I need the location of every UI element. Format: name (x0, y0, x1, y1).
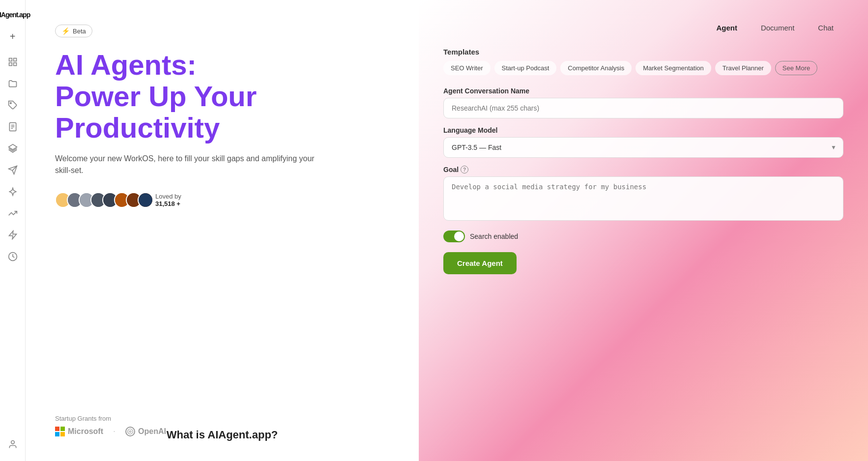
svg-point-14 (11, 441, 14, 444)
goal-label: Goal ? (443, 166, 843, 173)
sidebar-item-user[interactable] (3, 434, 23, 454)
search-toggle-row: Search enabled (443, 230, 843, 242)
tabs: Agent Document Chat (443, 20, 843, 36)
loved-by-text: Loved by 31,518 + (155, 193, 181, 207)
separator: · (113, 426, 116, 436)
template-chip-seo-writer[interactable]: SEO Writer (443, 61, 491, 75)
goal-textarea[interactable] (443, 176, 843, 221)
svg-point-4 (10, 103, 11, 104)
openai-logo: OpenAI (125, 427, 166, 436)
sidebar-item-clock[interactable] (3, 247, 23, 266)
svg-rect-2 (9, 63, 12, 66)
sidebar-item-sparkle[interactable] (3, 182, 23, 202)
sidebar-item-trending[interactable] (3, 203, 23, 223)
bottom-section-title: What is AIAgent.app? (167, 429, 278, 441)
see-more-button[interactable]: See More (775, 61, 817, 75)
search-toggle-label: Search enabled (470, 232, 518, 240)
name-label: Agent Conversation Name (443, 87, 843, 95)
lightning-icon: ⚡ (61, 27, 70, 35)
model-form-group: Language Model GPT-3.5 — Fast GPT-4 — Po… (443, 126, 843, 158)
openai-icon (125, 427, 135, 436)
template-chips: SEO Writer Start-up Podcast Competitor A… (443, 61, 843, 75)
tab-chat[interactable]: Chat (808, 20, 843, 36)
goal-info-icon[interactable]: ? (461, 166, 468, 173)
left-panel: ⚡ Beta AI Agents: Power Up Your Producti… (26, 0, 419, 461)
svg-rect-1 (13, 58, 16, 61)
main-content: ⚡ Beta AI Agents: Power Up Your Producti… (26, 0, 868, 461)
hero-title: AI Agents: Power Up Your Productivity (55, 49, 389, 143)
name-form-group: Agent Conversation Name (443, 87, 843, 118)
right-panel: Agent Document Chat Templates SEO Writer… (419, 0, 868, 461)
loved-by-section: Loved by 31,518 + (55, 192, 389, 208)
add-button[interactable]: + (4, 28, 22, 45)
svg-rect-3 (13, 63, 16, 66)
app-logo[interactable]: AIAgent.app (4, 6, 22, 24)
template-chip-market-segmentation[interactable]: Market Segmentation (636, 61, 711, 75)
tab-agent[interactable]: Agent (706, 20, 747, 36)
grants-label: Startup Grants from (55, 415, 389, 422)
template-chip-startup-podcast[interactable]: Start-up Podcast (494, 61, 557, 75)
sidebar-item-dashboard[interactable] (3, 52, 23, 72)
sidebar-item-tags[interactable] (3, 95, 23, 115)
sidebar-item-document[interactable] (3, 117, 23, 137)
tab-document[interactable]: Document (751, 20, 804, 36)
template-chip-competitor-analysis[interactable]: Competitor Analysis (560, 61, 632, 75)
right-content: Agent Document Chat Templates SEO Writer… (443, 20, 843, 274)
svg-point-15 (128, 429, 133, 434)
avatar-stack (55, 192, 149, 208)
sidebar-item-layers[interactable] (3, 139, 23, 158)
goal-form-group: Goal ? (443, 166, 843, 223)
svg-rect-0 (9, 58, 12, 61)
beta-badge: ⚡ Beta (55, 25, 92, 37)
sidebar-item-folder[interactable] (3, 74, 23, 93)
microsoft-logo: Microsoft (55, 427, 103, 436)
sidebar-item-bolt[interactable] (3, 225, 23, 245)
search-toggle[interactable] (443, 230, 465, 242)
sidebar: AIAgent.app + (0, 0, 26, 461)
model-label: Language Model (443, 126, 843, 134)
hero-subtitle: Welcome your new WorkOS, here to fill yo… (55, 153, 330, 176)
sidebar-item-send[interactable] (3, 160, 23, 180)
templates-label: Templates (443, 48, 843, 56)
svg-marker-12 (9, 231, 16, 239)
avatar (138, 192, 153, 208)
model-select[interactable]: GPT-3.5 — Fast GPT-4 — Powerful GPT-4 Tu… (443, 137, 843, 158)
template-chip-travel-planner[interactable]: Travel Planner (715, 61, 771, 75)
model-select-wrapper: GPT-3.5 — Fast GPT-4 — Powerful GPT-4 Tu… (443, 137, 843, 158)
name-input[interactable] (443, 98, 843, 118)
create-agent-button[interactable]: Create Agent (443, 252, 517, 274)
beta-label: Beta (73, 28, 86, 35)
microsoft-icon (55, 427, 65, 436)
